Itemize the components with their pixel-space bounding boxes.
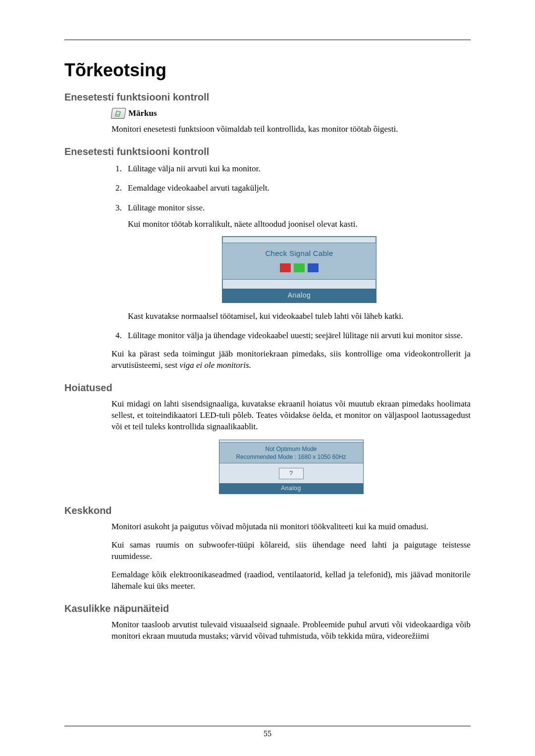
- note-label: Märkus: [128, 108, 157, 118]
- help-button[interactable]: ?: [279, 468, 304, 479]
- red-square-icon: [280, 263, 291, 272]
- optimum-mode-button-row: ?: [219, 463, 363, 483]
- bottom-separator: [64, 726, 471, 726]
- selftest-closing: Kui ka pärast seda toimingut jääb monito…: [111, 349, 471, 371]
- optimum-mode-footer: Analog: [219, 483, 363, 494]
- signal-cable-footer: Analog: [222, 289, 376, 302]
- section-heading-warnings: Hoiatused: [64, 382, 471, 394]
- top-separator: [64, 40, 471, 40]
- blue-square-icon: [308, 263, 319, 272]
- section-heading-selftest-intro: Enesetesti funktsiooni kontroll: [64, 92, 471, 103]
- environment-body: Monitori asukoht ja paigutus võivad mõju…: [111, 521, 471, 592]
- step-3-text: Lülitage monitor sisse.: [128, 203, 205, 212]
- note-icon: [110, 108, 126, 119]
- step-list: Lülitage välja nii arvuti kui ka monitor…: [124, 162, 471, 342]
- note-body: Monitori enesetesti funktsioon võimaldab…: [111, 124, 471, 135]
- rgb-squares: [224, 263, 374, 272]
- page-title: Tõrkeotsing: [64, 60, 471, 81]
- closing-paragraph: Kui ka pärast seda toimingut jääb monito…: [111, 349, 471, 371]
- step-2: Eemaldage videokaabel arvuti tagaküljelt…: [124, 182, 471, 195]
- optimum-mode-line2: Recommended Mode : 1680 x 1050 60Hz: [221, 453, 361, 461]
- green-square-icon: [294, 263, 305, 272]
- optimum-mode-band: Not Optimum Mode Recommended Mode : 1680…: [219, 442, 363, 463]
- signal-cable-dialog: Check Signal Cable Analog: [222, 236, 376, 303]
- env-p2: Kui samas ruumis on subwoofer-tüüpi kõla…: [111, 540, 471, 562]
- closing-italic: viga ei ole monitoris.: [179, 360, 251, 370]
- step-1: Lülitage välja nii arvuti kui ka monitor…: [124, 162, 471, 175]
- warnings-text: Kui midagi on lahti sisendsignaaliga, ku…: [111, 399, 471, 433]
- signal-cable-band: Check Signal Cable: [222, 243, 376, 280]
- step-3-subtext: Kui monitor töötab korralikult, näete al…: [128, 219, 471, 230]
- section-heading-selftest-steps: Enesetesti funktsiooni kontroll: [64, 146, 471, 157]
- note-row: Märkus: [111, 108, 471, 119]
- svg-line-0: [116, 114, 119, 115]
- env-p1: Monitori asukoht ja paigutus võivad mõju…: [111, 521, 471, 533]
- closing-plain: Kui ka pärast seda toimingut jääb monito…: [111, 349, 471, 370]
- note-text: Monitori enesetesti funktsioon võimaldab…: [111, 124, 471, 135]
- hints-p1: Monitor taasloob arvutist tulevaid visua…: [111, 619, 471, 642]
- page-number: 55: [0, 729, 535, 738]
- hints-body: Monitor taasloob arvutist tulevaid visua…: [111, 619, 471, 642]
- signal-cable-message: Check Signal Cable: [224, 248, 374, 259]
- section-heading-hints: Kasulikke näpunäiteid: [64, 603, 471, 614]
- env-p3: Eemaldage kõik elektroonikaseadmed (raad…: [111, 569, 471, 592]
- step-3: Lülitage monitor sisse. Kui monitor tööt…: [124, 202, 471, 322]
- document-page: Tõrkeotsing Enesetesti funktsiooni kontr…: [0, 0, 535, 756]
- optimum-mode-line1: Not Optimum Mode: [221, 445, 361, 453]
- optimum-mode-dialog: Not Optimum Mode Recommended Mode : 1680…: [219, 440, 364, 494]
- warnings-body: Kui midagi on lahti sisendsignaaliga, ku…: [111, 399, 471, 494]
- step-4: Lülitage monitor välja ja ühendage video…: [124, 329, 471, 342]
- after-box1-text: Kast kuvatakse normaalsel töötamisel, ku…: [128, 311, 471, 322]
- section-heading-environment: Keskkond: [64, 505, 471, 516]
